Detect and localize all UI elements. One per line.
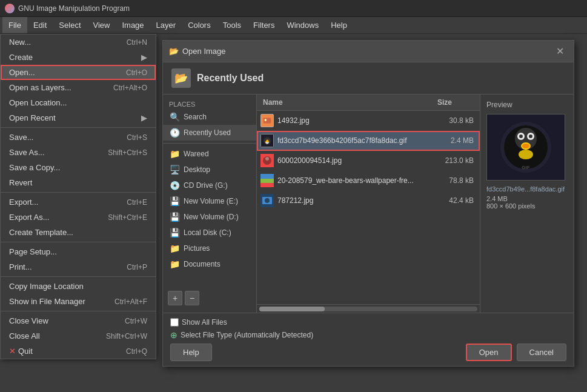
places-add-button[interactable]: + [168, 291, 182, 305]
menu-item-export-as[interactable]: Export As... Shift+Ctrl+E [1, 210, 156, 225]
menu-file[interactable]: File [2, 17, 27, 33]
menu-item-new[interactable]: New... Ctrl+N [1, 35, 156, 50]
menu-item-page-setup[interactable]: Page Setup... [1, 244, 156, 259]
file-item-bears[interactable]: 20-208579_we-bare-bears-wallpaper-fre...… [257, 171, 480, 191]
places-item-search[interactable]: 🔍 Search [163, 109, 256, 125]
menu-windows[interactable]: Windows [280, 17, 325, 33]
places-item-wareed[interactable]: 📁 Wareed [163, 146, 256, 162]
menu-item-save-copy[interactable]: Save a Copy... [1, 160, 156, 175]
menu-item-close-view[interactable]: Close View Ctrl+W [1, 313, 156, 328]
places-item-wareed-label: Wareed [184, 150, 209, 158]
menu-edit[interactable]: Edit [27, 17, 53, 33]
menu-image[interactable]: Image [116, 17, 150, 33]
separator-3 [1, 242, 156, 242]
cancel-button[interactable]: Cancel [517, 344, 566, 361]
menu-item-print[interactable]: Print... Ctrl+P [1, 259, 156, 274]
show-all-files-label: Show All Files [182, 318, 227, 327]
file-item-787212[interactable]: 787212.jpg 42.4 kB [257, 191, 480, 211]
places-remove-button[interactable]: − [185, 291, 199, 305]
show-all-files-checkbox[interactable] [170, 318, 179, 327]
dialog-footer: Show All Files ⊕ Select File Type (Autom… [163, 313, 574, 366]
filename-gif: fd3ccd7b49e366b4206f5ac7f8fa8dac.gif [277, 136, 431, 145]
thumb-14932 [260, 114, 274, 127]
files-scrollbar-track[interactable] [257, 304, 480, 313]
folder-icon-wareed: 📁 [169, 149, 180, 159]
svg-point-22 [519, 135, 523, 138]
thumb-6000 [260, 154, 274, 167]
documents-icon: 📁 [169, 259, 180, 269]
volume-d-icon: 💾 [169, 212, 180, 222]
separator-5 [1, 311, 156, 311]
preview-title: Preview [486, 101, 568, 109]
svg-point-9 [265, 157, 269, 161]
file-item-gif[interactable]: 🐣 fd3ccd7b49e366b4206f5ac7f8fa8dac.gif 2… [257, 131, 480, 151]
filename-787212: 787212.jpg [277, 196, 431, 205]
menu-item-copy-location[interactable]: Copy Image Location [1, 279, 156, 294]
menu-select[interactable]: Select [53, 17, 87, 33]
menu-item-open-recent[interactable]: Open Recent ▶ [1, 110, 156, 125]
file-item-6000[interactable]: 6000200094514.jpg 213.0 kB [257, 151, 480, 171]
scrollbar-thumb[interactable] [259, 307, 325, 311]
file-item-14932[interactable]: 14932.jpg 30.8 kB [257, 111, 480, 131]
svg-point-26 [519, 150, 533, 159]
places-item-cd-drive[interactable]: 💿 CD Drive (G:) [163, 178, 256, 193]
dialog-title-area: 📂 Open Image [169, 47, 226, 56]
places-item-volume-e[interactable]: 💾 New Volume (E:) [163, 193, 256, 209]
open-button[interactable]: Open [466, 344, 512, 361]
local-disk-icon: 💾 [169, 228, 180, 238]
places-separator-1 [163, 143, 256, 144]
menu-item-open-layers[interactable]: Open as Layers... Ctrl+Alt+O [1, 80, 156, 95]
menu-item-close-all[interactable]: Close All Shift+Ctrl+W [1, 328, 156, 344]
show-all-files-checkbox-label[interactable]: Show All Files [170, 318, 227, 327]
footer-buttons: Help Open Cancel [170, 344, 566, 361]
menu-item-revert[interactable]: Revert [1, 175, 156, 190]
places-item-documents-label: Documents [184, 260, 221, 268]
menu-item-open-location[interactable]: Open Location... [1, 95, 156, 110]
menu-item-show-file-manager[interactable]: Show in File Manager Ctrl+Alt+F [1, 294, 156, 309]
separator-1 [1, 127, 156, 128]
dialog-folder-icon: 📂 [169, 47, 179, 56]
menu-help[interactable]: Help [325, 17, 353, 33]
filesize-787212: 42.4 kB [431, 196, 480, 205]
places-item-volume-d[interactable]: 💾 New Volume (D:) [163, 209, 256, 225]
menu-item-save[interactable]: Save... Ctrl+S [1, 130, 156, 145]
menu-item-create[interactable]: Create ▶ [1, 50, 156, 65]
places-item-volume-d-label: New Volume (D:) [184, 213, 239, 221]
menu-tools[interactable]: Tools [217, 17, 247, 33]
places-item-volume-e-label: New Volume (E:) [184, 197, 238, 205]
dialog-close-button[interactable]: ✕ [552, 44, 568, 58]
filesize-14932: 30.8 kB [431, 116, 480, 125]
menu-item-quit[interactable]: ✕ Quit Ctrl+Q [1, 344, 156, 359]
preview-panel: Preview GIF [480, 95, 574, 313]
menu-filters[interactable]: Filters [247, 17, 280, 33]
places-item-recently-used[interactable]: 🕐 Recently Used [163, 125, 256, 141]
search-icon: 🔍 [169, 112, 180, 122]
menu-item-export[interactable]: Export... Ctrl+E [1, 194, 156, 210]
menu-item-create-template[interactable]: Create Template... [1, 225, 156, 240]
thumb-bears [260, 174, 274, 187]
menu-colors[interactable]: Colors [182, 17, 217, 33]
pictures-icon: 📁 [169, 244, 180, 253]
places-item-desktop[interactable]: 🖥️ Desktop [163, 162, 256, 178]
preview-dimensions: 800 × 600 pixels [486, 202, 568, 210]
help-button[interactable]: Help [170, 344, 212, 361]
desktop-icon: 🖥️ [169, 165, 180, 174]
places-item-local-disk[interactable]: 💾 Local Disk (C:) [163, 225, 256, 241]
svg-rect-12 [260, 183, 274, 187]
places-item-search-label: Search [184, 113, 207, 121]
menu-item-save-as[interactable]: Save As... Shift+Ctrl+S [1, 145, 156, 160]
places-item-pictures[interactable]: 📁 Pictures [163, 241, 256, 256]
separator-4 [1, 276, 156, 277]
dialog-body: Places 🔍 Search 🕐 Recently Used 📁 Wareed… [163, 95, 574, 313]
file-dropdown-menu: New... Ctrl+N Create ▶ Open... Ctrl+O Op… [0, 34, 156, 359]
places-item-documents[interactable]: 📁 Documents [163, 256, 256, 272]
menu-layer[interactable]: Layer [150, 17, 182, 33]
places-panel: Places 🔍 Search 🕐 Recently Used 📁 Wareed… [163, 95, 257, 313]
menu-view[interactable]: View [87, 17, 116, 33]
menu-item-open[interactable]: Open... Ctrl+O [1, 65, 156, 80]
file-type-icon: ⊕ [170, 330, 177, 340]
menu-bar: File Edit Select View Image Layer Colors… [0, 17, 587, 34]
filename-14932: 14932.jpg [277, 116, 431, 125]
filename-6000: 6000200094514.jpg [277, 156, 431, 165]
dialog-title-text: Open Image [182, 47, 226, 56]
